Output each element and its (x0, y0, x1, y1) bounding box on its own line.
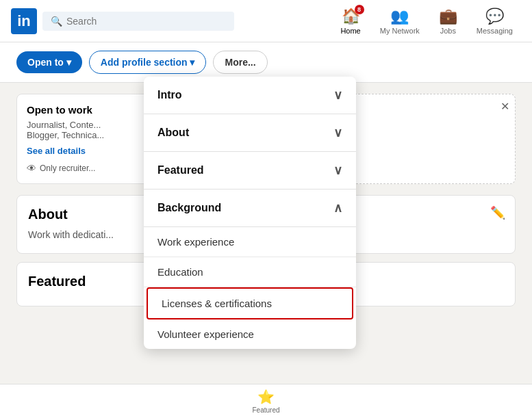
home-badge: 8 (355, 5, 364, 14)
messaging-icon: 💬 (485, 8, 504, 25)
dropdown-menu: Intro ∨ About ∨ Featured ∨ Background ∧ … (144, 77, 356, 349)
dropdown-item-background[interactable]: Background ∧ (144, 190, 356, 227)
nav-items: 🏠 8 Home 👥 My Network 💼 Jobs 💬 Messaging (332, 8, 521, 35)
dropdown-item-about[interactable]: About ∨ (144, 114, 356, 152)
volunteer-experience-label: Volunteer experience (157, 328, 254, 340)
dropdown-item-intro[interactable]: Intro ∨ (144, 77, 356, 114)
my-network-icon: 👥 (390, 8, 409, 25)
dropdown-sub-item-licenses-certifications[interactable]: Licenses & certifications (147, 287, 353, 319)
jobs-icon: 💼 (439, 8, 457, 25)
dropdown-sub-item-education[interactable]: Education (144, 257, 356, 287)
about-chevron-down-icon: ∨ (333, 125, 342, 140)
search-box[interactable]: 🔍 (42, 12, 234, 31)
dropdown-sub-item-work-experience[interactable]: Work experience (144, 227, 356, 257)
header: in 🔍 🏠 8 Home 👥 My Network 💼 Jobs 💬 Mess… (0, 0, 532, 42)
background-chevron-up-icon: ∧ (333, 200, 342, 215)
background-label: Background (157, 202, 221, 214)
intro-label: Intro (157, 89, 182, 101)
nav-jobs-label: Jobs (440, 27, 456, 35)
intro-chevron-down-icon: ∨ (333, 88, 342, 103)
home-icon: 🏠 8 (342, 8, 360, 25)
featured-chevron-down-icon: ∨ (333, 163, 342, 178)
nav-item-home[interactable]: 🏠 8 Home (332, 8, 368, 35)
dropdown-item-featured[interactable]: Featured ∨ (144, 152, 356, 190)
linkedin-logo: in (11, 8, 37, 34)
featured-label: Featured (157, 164, 204, 177)
nav-messaging-label: Messaging (477, 27, 513, 35)
nav-home-label: Home (340, 27, 360, 35)
about-label: About (157, 127, 189, 139)
education-label: Education (157, 266, 203, 278)
nav-item-messaging[interactable]: 💬 Messaging (468, 8, 521, 35)
search-input[interactable] (66, 16, 226, 27)
search-icon: 🔍 (51, 16, 62, 27)
dropdown-overlay: Intro ∨ About ∨ Featured ∨ Background ∧ … (0, 42, 532, 418)
licenses-certifications-label: Licenses & certifications (162, 298, 272, 309)
nav-item-jobs[interactable]: 💼 Jobs (431, 8, 466, 35)
work-experience-label: Work experience (157, 236, 234, 248)
dropdown-sub-item-volunteer-experience[interactable]: Volunteer experience (144, 319, 356, 349)
nav-my-network-label: My Network (380, 27, 420, 35)
nav-item-my-network[interactable]: 👥 My Network (372, 8, 428, 35)
main-content: Open to ▾ Add profile section ▾ More... … (0, 42, 532, 418)
